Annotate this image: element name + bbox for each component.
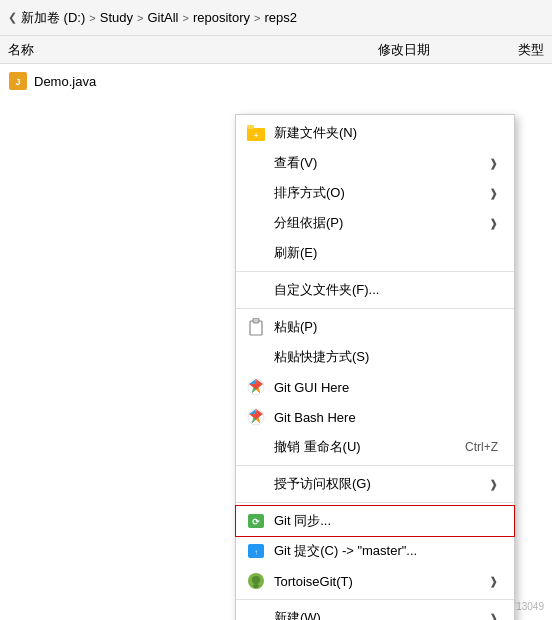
paste-shortcut-spacer-icon <box>246 347 266 367</box>
explorer-window: ❮ 新加卷 (D:) > Study > GitAll > repository… <box>0 0 552 620</box>
svg-marker-9 <box>249 379 263 393</box>
git-sync-icon: ⟳ <box>246 511 266 531</box>
java-file-icon: J <box>8 71 28 91</box>
menu-item-git-commit[interactable]: ↑ Git 提交(C) -> "master"... <box>236 536 514 566</box>
sep-chevron-2: > <box>182 12 188 24</box>
menu-label-git-gui: Git GUI Here <box>274 380 498 395</box>
grant-arrow-icon: ❱ <box>489 478 498 491</box>
menu-item-view[interactable]: 查看(V) ❱ <box>236 148 514 178</box>
separator-4 <box>236 502 514 503</box>
path-repository[interactable]: repository <box>193 10 250 25</box>
tortoise-arrow-icon: ❱ <box>489 575 498 588</box>
menu-item-git-sync[interactable]: ⟳ Git 同步... <box>236 506 514 536</box>
separator-5 <box>236 599 514 600</box>
file-list: J Demo.java + 新建文件夹(N) <box>0 64 552 620</box>
folder-icon: + <box>246 123 266 143</box>
path-drive[interactable]: 新加卷 (D:) <box>21 9 85 27</box>
menu-item-paste-shortcut[interactable]: 粘贴快捷方式(S) <box>236 342 514 372</box>
menu-label-tortoise: TortoiseGit(T) <box>274 574 481 589</box>
path-gitall[interactable]: GitAll <box>147 10 178 25</box>
svg-text:+: + <box>254 131 259 140</box>
svg-text:⟳: ⟳ <box>252 517 260 527</box>
new-spacer-icon <box>246 608 266 620</box>
menu-label-git-commit: Git 提交(C) -> "master"... <box>274 542 498 560</box>
file-name: Demo.java <box>34 74 96 89</box>
menu-label-group: 分组依据(P) <box>274 214 481 232</box>
svg-rect-7 <box>253 318 259 323</box>
new-arrow-icon: ❱ <box>489 612 498 621</box>
back-chevron: ❮ <box>8 11 17 24</box>
sep-chevron-1: > <box>137 12 143 24</box>
separator-3 <box>236 465 514 466</box>
column-header: 名称 修改日期 类型 <box>0 36 552 64</box>
customize-spacer-icon <box>246 280 266 300</box>
menu-item-grant-access[interactable]: 授予访问权限(G) ❱ <box>236 469 514 499</box>
git-bash-icon <box>246 407 266 427</box>
group-spacer-icon <box>246 213 266 233</box>
menu-label-customize: 自定义文件夹(F)... <box>274 281 498 299</box>
address-bar: ❮ 新加卷 (D:) > Study > GitAll > repository… <box>0 0 552 36</box>
col-type-header[interactable]: 类型 <box>484 41 544 59</box>
menu-item-undo-rename[interactable]: 撤销 重命名(U) Ctrl+Z <box>236 432 514 462</box>
svg-marker-15 <box>249 409 263 423</box>
menu-label-paste: 粘贴(P) <box>274 318 498 336</box>
menu-label-refresh: 刷新(E) <box>274 244 498 262</box>
separator-2 <box>236 308 514 309</box>
sort-arrow-icon: ❱ <box>489 187 498 200</box>
menu-label-new-folder: 新建文件夹(N) <box>274 124 498 142</box>
menu-item-refresh[interactable]: 刷新(E) <box>236 238 514 268</box>
menu-label-sort: 排序方式(O) <box>274 184 481 202</box>
menu-item-group[interactable]: 分组依据(P) ❱ <box>236 208 514 238</box>
group-arrow-icon: ❱ <box>489 217 498 230</box>
menu-item-sort[interactable]: 排序方式(O) ❱ <box>236 178 514 208</box>
menu-item-customize[interactable]: 自定义文件夹(F)... <box>236 275 514 305</box>
tortoise-icon <box>246 571 266 591</box>
path-reps2[interactable]: reps2 <box>264 10 297 25</box>
git-gui-icon <box>246 377 266 397</box>
svg-rect-4 <box>247 125 254 129</box>
menu-label-grant-access: 授予访问权限(G) <box>274 475 481 493</box>
menu-label-paste-shortcut: 粘贴快捷方式(S) <box>274 348 498 366</box>
view-arrow-icon: ❱ <box>489 157 498 170</box>
col-name-header[interactable]: 名称 <box>8 41 324 59</box>
list-item[interactable]: J Demo.java <box>0 68 552 94</box>
grant-spacer-icon <box>246 474 266 494</box>
menu-label-view: 查看(V) <box>274 154 481 172</box>
menu-item-git-bash[interactable]: Git Bash Here <box>236 402 514 432</box>
col-date-header[interactable]: 修改日期 <box>324 41 484 59</box>
menu-item-new-folder[interactable]: + 新建文件夹(N) <box>236 118 514 148</box>
undo-shortcut: Ctrl+Z <box>465 440 498 454</box>
svg-text:J: J <box>15 77 20 87</box>
menu-item-tortoise[interactable]: TortoiseGit(T) ❱ <box>236 566 514 596</box>
menu-item-git-gui[interactable]: Git GUI Here <box>236 372 514 402</box>
paste-icon <box>246 317 266 337</box>
undo-spacer-icon <box>246 437 266 457</box>
refresh-spacer-icon <box>246 243 266 263</box>
view-spacer-icon <box>246 153 266 173</box>
path-study[interactable]: Study <box>100 10 133 25</box>
svg-point-25 <box>252 576 260 584</box>
menu-label-undo-rename: 撤销 重命名(U) <box>274 438 457 456</box>
menu-label-new: 新建(W) <box>274 609 481 620</box>
context-menu: + 新建文件夹(N) 查看(V) ❱ 排序方式(O) ❱ 分组依据(P) <box>235 114 515 620</box>
menu-item-new[interactable]: 新建(W) ❱ <box>236 603 514 620</box>
menu-label-git-sync: Git 同步... <box>274 512 498 530</box>
svg-text:↑: ↑ <box>254 548 258 557</box>
sep-chevron-0: > <box>89 12 95 24</box>
git-commit-icon: ↑ <box>246 541 266 561</box>
sep-chevron-3: > <box>254 12 260 24</box>
separator-1 <box>236 271 514 272</box>
menu-item-paste[interactable]: 粘贴(P) <box>236 312 514 342</box>
svg-point-26 <box>253 584 259 588</box>
sort-spacer-icon <box>246 183 266 203</box>
menu-label-git-bash: Git Bash Here <box>274 410 498 425</box>
